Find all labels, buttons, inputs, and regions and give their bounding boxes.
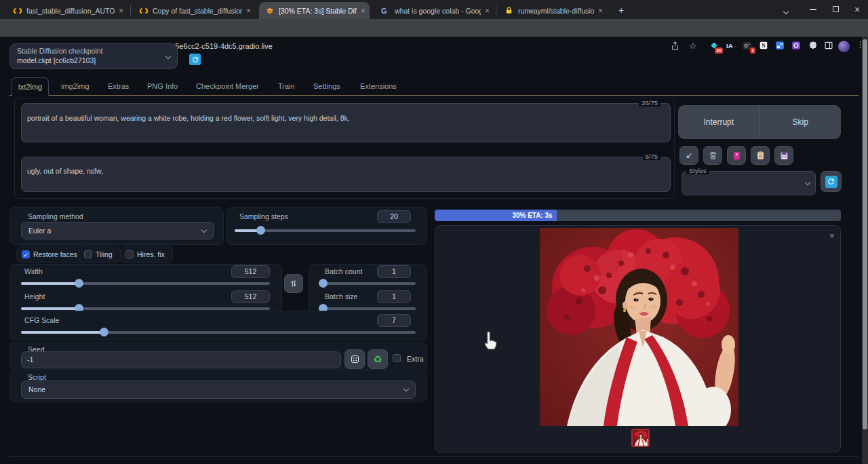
width-slider[interactable] [21,279,270,288]
negative-token-counter: 6/75 [643,153,661,160]
styles-refresh-button[interactable] [821,171,842,192]
random-seed-button[interactable] [344,349,365,369]
slider-handle[interactable] [75,279,83,288]
slider-handle[interactable] [319,279,328,288]
tab-search-icon[interactable] [784,7,788,15]
generated-image[interactable] [540,228,738,426]
batch-size-value[interactable]: 1 [377,290,411,303]
cfg-scale-value[interactable]: 7 [377,314,411,327]
script-dropdown[interactable]: None [21,381,416,399]
extra-seed-checkbox[interactable] [393,354,401,362]
extra-networks-button[interactable] [727,146,746,165]
colab-icon [139,6,149,16]
reuse-seed-button[interactable]: ♻ [368,349,388,369]
browser-tab-4[interactable]: G what is google colab - Google × [375,2,494,19]
clear-prompt-button[interactable] [703,146,722,165]
sampling-steps-slider[interactable] [235,227,416,235]
tab-png-info[interactable]: PNG Info [147,82,178,90]
pink-card-icon [732,151,742,161]
share-icon[interactable] [670,41,680,54]
styles-dropdown[interactable]: Styles [682,171,816,195]
slider-handle[interactable] [100,328,108,336]
checkbox-icon [84,250,92,258]
browser-tab-1[interactable]: fast_stable_diffusion_AUTOMA × [7,2,127,19]
tab-close-icon[interactable]: × [361,7,366,15]
slider-handle[interactable] [256,226,265,235]
extension-camera-icon[interactable]: 1 [742,41,753,52]
height-value[interactable]: 512 [231,290,270,303]
paste-params-button[interactable]: ↙ [679,146,698,165]
batch-count-slider[interactable] [319,279,416,288]
tab-close-icon[interactable]: × [598,7,603,15]
tab-close-icon[interactable]: × [485,7,490,15]
tab-separator [496,5,496,15]
tiling-checkbox[interactable]: Tiling [79,246,121,263]
url-text[interactable]: 9e5e6cc2-c519-4dc5.gradio.live [167,42,273,50]
styles-label: Styles [686,167,709,174]
apply-style-button[interactable] [751,146,770,165]
tab-title: Copy of fast_stable_diffusion_ [153,7,242,15]
browser-tab-5[interactable]: runwayml/stable-diffusion-v1 × [498,2,607,19]
profile-avatar[interactable] [838,41,850,52]
prompt-textarea[interactable]: 26/75 portrait of a beautiful woman, wea… [21,103,671,142]
negative-prompt-textarea[interactable]: 6/75 ugly, out of shape, nsfw, [21,157,671,192]
cfg-scale-label: CFG Scale [24,316,59,324]
extension-purple-icon[interactable] [791,41,802,52]
extra-seed-label: Extra [407,355,424,363]
interrupt-skip-group: Interrupt Skip [678,105,841,139]
restore-faces-label: Restore faces [33,250,77,258]
extension-ia-icon[interactable]: IA [726,41,737,52]
close-preview-icon[interactable]: × [829,231,835,241]
progress-fill: 30% ETA: 3s [435,210,557,221]
save-style-button[interactable] [774,146,793,165]
clipboard-icon [755,151,766,161]
tab-settings[interactable]: Settings [313,82,340,90]
browser-tab-2[interactable]: Copy of fast_stable_diffusion_ × [133,2,255,19]
extension-notion-icon[interactable]: N [759,41,770,52]
tab-img2img[interactable]: img2img [61,82,90,90]
browser-toolbar: ← → 9e5e6cc2-c519-4dc5.gradio.live ☆ 20 … [0,19,868,37]
refresh-icon [825,176,837,188]
colab-icon [13,6,22,16]
seed-input[interactable]: -1 [21,351,341,368]
tab-extensions[interactable]: Extensions [360,82,397,90]
batch-count-value[interactable]: 1 [377,265,411,278]
skip-button[interactable]: Skip [760,105,842,139]
google-icon: G [381,6,391,16]
page-scrollbar-thumb[interactable] [863,39,867,429]
minimize-icon[interactable] [810,9,816,10]
tab-title: fast_stable_diffusion_AUTOMA [26,7,115,15]
interrupt-button[interactable]: Interrupt [678,105,760,139]
tab-txt2img[interactable]: txt2img [12,77,49,96]
restore-faces-checkbox[interactable]: ✓Restore faces [16,246,87,263]
bookmark-star-icon[interactable]: ☆ [689,41,697,51]
sampling-method-dropdown[interactable]: Euler a [21,222,214,239]
extension-blue-icon[interactable] [775,41,786,52]
tab-close-icon[interactable]: × [246,7,251,15]
new-tab-button[interactable]: + [618,5,624,16]
width-value[interactable]: 512 [231,265,270,278]
checkbox-checked-icon: ✓ [22,250,30,258]
checkpoint-refresh-button[interactable] [189,54,201,65]
tab-close-icon[interactable]: × [119,7,123,15]
close-window-icon[interactable]: × [854,4,860,15]
swap-dimensions-button[interactable] [284,274,303,293]
cfg-scale-slider[interactable] [21,328,416,337]
tab-title: what is google colab - Google [395,7,481,15]
hires-fix-checkbox[interactable]: Hires. fix [120,246,173,263]
prompt-text: portrait of a beautiful woman, wearing a… [22,104,670,123]
checkpoint-dropdown[interactable]: Stable Diffusion checkpoint model.ckpt [… [9,43,178,69]
sampling-steps-block: Sampling steps 20 [226,207,427,245]
extensions-puzzle-icon[interactable] [808,41,819,52]
tab-extras[interactable]: Extras [108,82,129,90]
checkpoint-value: model.ckpt [cc6cb27103] [17,56,96,64]
maximize-icon[interactable] [833,6,839,12]
tab-separator [130,5,131,15]
gallery-thumbnail[interactable] [631,429,650,447]
tab-train[interactable]: Train [278,82,295,90]
tab-checkpoint-merger[interactable]: Checkpoint Merger [196,82,259,90]
browser-tab-active[interactable]: [30% ETA: 3s] Stable Diffusion × [259,2,370,19]
side-panel-icon[interactable] [824,41,835,52]
sampling-steps-value[interactable]: 20 [377,210,411,223]
extension-diamond-icon[interactable]: 20 [709,41,720,52]
